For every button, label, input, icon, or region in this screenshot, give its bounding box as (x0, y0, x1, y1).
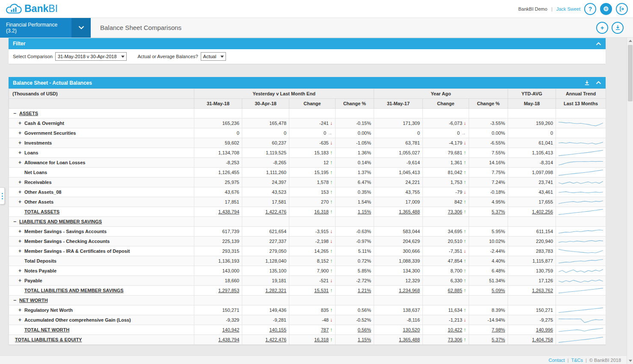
terms-link[interactable]: T&Cs (571, 358, 583, 363)
cell-value[interactable]: 1.15% (358, 209, 371, 214)
value-cell: 5.11% (336, 246, 374, 256)
cell-value[interactable]: 140,942 (222, 327, 239, 332)
row-label[interactable]: LIABILITIES AND MEMBER SAVINGS (19, 219, 102, 224)
cell-value[interactable]: 73,306 (448, 209, 462, 214)
row-label[interactable]: TOTAL LIABILITIES AND MEMBER SAVINGS (24, 288, 124, 293)
expand-plus-icon[interactable]: + (18, 130, 24, 136)
cell-value[interactable]: 1,422,476 (265, 337, 286, 342)
cell-value: -4,179 (449, 140, 462, 145)
value-cell: 14.16% (469, 158, 508, 168)
cell-value[interactable]: 1,365,488 (399, 337, 420, 342)
comparison-select[interactable]: 31-May-2018 v 30-Apr-2018 (55, 52, 127, 61)
row-label[interactable]: TOTAL LIABILITIES & EQUITY (15, 337, 82, 342)
expand-plus-icon[interactable]: + (18, 278, 24, 284)
cell-value[interactable]: 1,404,758 (532, 337, 553, 342)
expand-plus-icon[interactable]: + (18, 238, 24, 244)
cell-value: -0.15% (356, 121, 371, 126)
sparkline-chart (559, 287, 603, 295)
cell-value[interactable]: 1,282,321 (265, 288, 286, 293)
value-cell: 62,885↑ (423, 286, 469, 296)
cell-value[interactable]: 1,438,794 (218, 209, 239, 214)
value-cell: 15,531↑ (289, 286, 336, 296)
value-cell: 135,100 (242, 266, 289, 276)
cell-value: 1,136,193 (218, 258, 239, 263)
down-arrow-icon: ↓ (330, 228, 333, 234)
cell-value[interactable]: 10,422 (448, 327, 462, 332)
cell-value[interactable]: 1,297,853 (218, 288, 239, 293)
table-row: −LIABILITIES AND MEMBER SAVINGS (9, 217, 606, 227)
cell-value: 43,676 (225, 189, 239, 195)
cell-value[interactable]: 7.98% (492, 327, 505, 332)
row-label[interactable]: NET WORTH (19, 298, 48, 303)
scroll-up-arrow-icon[interactable] (627, 38, 633, 44)
expand-plus-icon[interactable]: + (18, 307, 24, 313)
expand-plus-icon[interactable]: + (18, 248, 24, 254)
cell-value[interactable]: 15,531 (314, 288, 329, 293)
collapse-minus-icon[interactable]: − (13, 297, 19, 303)
cell-value[interactable]: 0.56% (358, 327, 371, 332)
value-cell: 16,318↑ (289, 207, 336, 217)
cell-value[interactable]: 1,263,762 (532, 288, 553, 293)
balances-select[interactable]: Actual (201, 52, 226, 61)
filter-panel: Filter Select Comparison 31-May-2018 v 3… (9, 38, 606, 64)
cell-value[interactable]: 16,318 (314, 209, 329, 214)
collapse-minus-icon[interactable]: − (13, 219, 19, 225)
cell-value[interactable]: 140,996 (536, 327, 553, 332)
expand-plus-icon[interactable]: + (18, 268, 24, 274)
expand-plus-icon[interactable]: + (18, 140, 24, 146)
expand-plus-icon[interactable]: + (18, 317, 24, 323)
value-cell (374, 217, 423, 227)
export-button[interactable] (612, 22, 624, 34)
col-header: Last 13 Months (556, 99, 606, 109)
cell-value[interactable]: 73,306 (448, 337, 462, 342)
row-label[interactable]: TOTAL NET WORTH (24, 327, 69, 332)
cell-value[interactable]: 1.21% (358, 288, 371, 293)
side-panel-handle[interactable] (0, 187, 5, 204)
add-button[interactable]: + (596, 22, 608, 34)
cell-value[interactable]: 62,885 (448, 288, 462, 293)
expand-plus-icon[interactable]: + (18, 199, 24, 205)
cell-value[interactable]: 5.37% (492, 337, 505, 342)
expand-plus-icon[interactable]: + (18, 120, 24, 126)
cell-value[interactable]: 16,318 (314, 337, 329, 342)
expand-plus-icon[interactable]: + (18, 189, 24, 195)
panel-collapse-button[interactable] (596, 81, 601, 85)
cell-value[interactable]: 5.09% (492, 288, 505, 293)
cell-value[interactable]: 1,365,488 (399, 209, 420, 214)
value-cell: 5.09% (469, 286, 508, 296)
cell-value[interactable]: 140,155 (269, 327, 286, 332)
row-label[interactable]: ASSETS (19, 111, 38, 116)
settings-button[interactable]: ⚙ (600, 3, 612, 15)
help-button[interactable]: ? (584, 3, 596, 15)
cell-value[interactable]: 130,520 (403, 327, 420, 332)
cell-value[interactable]: 5.37% (492, 209, 505, 214)
cell-value: 0 (237, 130, 239, 136)
collapse-minus-icon[interactable]: − (13, 110, 19, 116)
user-link[interactable]: Jack Sweet (556, 6, 580, 12)
logout-button[interactable] (616, 3, 628, 15)
vertical-scrollbar[interactable] (627, 38, 633, 364)
flat-arrow-icon: → (461, 130, 466, 136)
value-cell: 171,309 (374, 118, 423, 128)
expand-plus-icon[interactable]: + (18, 160, 24, 166)
cell-value[interactable]: 787 (321, 327, 329, 332)
cell-value: 7,900 (317, 268, 329, 273)
expand-plus-icon[interactable]: + (18, 228, 24, 234)
chevron-down-icon[interactable] (71, 18, 91, 38)
expand-plus-icon[interactable]: + (18, 150, 24, 156)
cell-value[interactable]: 1,402,256 (532, 209, 553, 214)
report-selector-dropdown[interactable]: Financial Performance (3.2) (0, 18, 91, 38)
scroll-down-arrow-icon[interactable] (627, 358, 633, 364)
row-label[interactable]: TOTAL ASSETS (24, 209, 59, 214)
filter-collapse-button[interactable] (596, 42, 601, 46)
cell-value[interactable]: 1,438,794 (218, 337, 239, 342)
contact-link[interactable]: Contact (549, 358, 565, 363)
cell-value[interactable]: 1,234,968 (399, 288, 420, 293)
expand-plus-icon[interactable]: + (18, 179, 24, 185)
panel-export-button[interactable] (584, 80, 590, 86)
cell-value[interactable]: 1.15% (358, 337, 371, 342)
cell-value[interactable]: 1,422,476 (265, 209, 286, 214)
cell-value: 611,154 (536, 229, 553, 234)
col-header: Change % (469, 99, 508, 109)
scrollbar-thumb[interactable] (628, 45, 633, 101)
